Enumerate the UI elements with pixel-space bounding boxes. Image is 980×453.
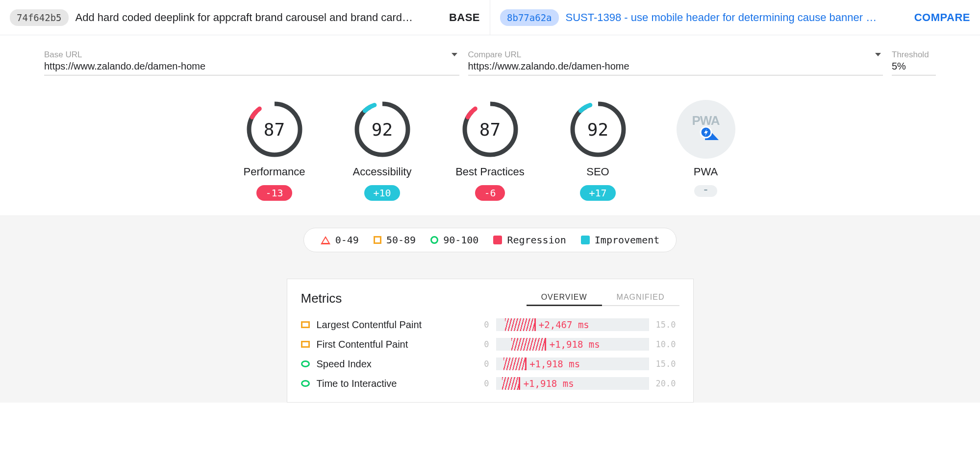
legend-regression: Regression [493, 234, 566, 246]
commit-bar: 74f642b5 Add hard coded deeplink for app… [0, 0, 980, 35]
base-commit-title: Add hard coded deeplink for appcraft bra… [75, 11, 442, 24]
gauge-delta: - [694, 185, 717, 197]
lighthouse-bolt-icon [691, 117, 721, 146]
metric-bar: +1,918 ms [496, 338, 649, 351]
legend-mid: 50-89 [374, 234, 416, 246]
base-sha-chip: 74f642b5 [10, 9, 69, 26]
gauge-delta: -6 [475, 185, 504, 201]
gauge-delta: +10 [364, 185, 400, 201]
score-gauges-row: 87 Performance-13 92 Accessibility+10 87… [0, 100, 980, 201]
regression-swatch-icon [493, 236, 502, 244]
circle-icon [430, 236, 438, 244]
square-icon [301, 341, 310, 348]
legend-high: 90-100 [430, 234, 478, 246]
square-icon [301, 321, 310, 328]
metric-bar-fill [505, 318, 535, 331]
metric-name: Speed Index [317, 358, 459, 370]
metric-bar-fill [502, 377, 520, 390]
gauge-name: SEO [561, 166, 635, 178]
metric-max: 10.0 [656, 339, 679, 349]
metric-bar-fill [503, 358, 527, 370]
metric-name: Largest Contentful Paint [317, 319, 459, 331]
compare-url-label: Compare URL [468, 50, 883, 60]
gauge-accessibility: 92 Accessibility+10 [346, 100, 419, 201]
base-url-label: Base URL [44, 50, 459, 60]
metrics-heading: Metrics [301, 291, 342, 306]
compare-sha-chip: 8b77a62a [500, 9, 559, 26]
legend: 0-49 50-89 90-100 Regression Improvement [303, 228, 677, 252]
base-role-label: BASE [449, 11, 480, 24]
base-url-value: https://www.zalando.de/damen-home [44, 61, 459, 72]
metric-name: First Contentful Paint [317, 339, 459, 350]
metric-delta: +1,918 ms [529, 358, 580, 370]
pwa-badge-icon: PWA [677, 100, 735, 159]
compare-url-select[interactable]: Compare URL https://www.zalando.de/damen… [468, 50, 883, 75]
gauge-delta: +17 [580, 185, 615, 201]
compare-commit: 8b77a62a SUST-1398 - use mobile header f… [490, 0, 980, 35]
gauge-score: 87 [461, 100, 520, 159]
metric-delta: +2,467 ms [539, 318, 589, 331]
metric-min: 0 [466, 320, 489, 330]
threshold-input[interactable]: Threshold 5% [892, 50, 936, 75]
legend-bar: 0-49 50-89 90-100 Regression Improvement [0, 215, 980, 264]
metrics-tabs: OVERVIEW MAGNIFIED [527, 290, 679, 306]
gauge-score: 92 [353, 100, 412, 159]
legend-low: 0-49 [321, 234, 359, 246]
compare-commit-title[interactable]: SUST-1398 - use mobile header for determ… [566, 11, 907, 24]
gauge-name: Best Practices [453, 166, 527, 178]
gauge-ring: 92 [353, 100, 412, 159]
metric-max: 15.0 [656, 359, 679, 369]
metric-bar: +1,918 ms [496, 358, 649, 370]
gauge-name: Accessibility [346, 166, 419, 178]
metric-row: First Contentful Paint0+1,918 ms10.0 [301, 334, 679, 354]
triangle-icon [321, 236, 330, 244]
gauge-best-practices: 87 Best Practices-6 [453, 100, 527, 201]
gauge-ring: 87 [461, 100, 520, 159]
circle-icon [301, 380, 310, 387]
square-icon [374, 236, 381, 244]
base-url-select[interactable]: Base URL https://www.zalando.de/damen-ho… [44, 50, 459, 75]
metrics-panel: Metrics OVERVIEW MAGNIFIED Largest Conte… [287, 279, 694, 403]
metric-rows: Largest Contentful Paint0+2,467 ms15.0Fi… [301, 315, 679, 393]
gauge-name: Performance [238, 166, 311, 178]
metric-row: Speed Index0+1,918 ms15.0 [301, 354, 679, 374]
circle-icon [301, 360, 310, 367]
metric-row: Time to Interactive0+1,918 ms20.0 [301, 374, 679, 393]
base-commit: 74f642b5 Add hard coded deeplink for app… [0, 0, 490, 35]
gauge-delta: -13 [256, 185, 292, 201]
metric-min: 0 [466, 339, 489, 349]
metric-row: Largest Contentful Paint0+2,467 ms15.0 [301, 315, 679, 334]
tab-magnified[interactable]: MAGNIFIED [602, 290, 679, 306]
url-controls: Base URL https://www.zalando.de/damen-ho… [0, 35, 980, 80]
metric-bar: +2,467 ms [496, 318, 649, 331]
gauge-pwa: PWA PWA- [669, 100, 743, 201]
metric-bar-fill [511, 338, 547, 351]
metric-max: 15.0 [656, 320, 679, 330]
metric-name: Time to Interactive [317, 378, 459, 389]
metric-delta: +1,918 ms [550, 338, 600, 351]
gauge-score: 92 [569, 100, 628, 159]
metric-bar: +1,918 ms [496, 377, 649, 390]
chevron-down-icon [452, 53, 457, 56]
chevron-down-icon [875, 53, 881, 56]
gauge-name: PWA [669, 166, 743, 178]
gauge-ring: 92 [569, 100, 628, 159]
gauge-seo: 92 SEO+17 [561, 100, 635, 201]
metric-delta: +1,918 ms [524, 377, 574, 390]
metric-min: 0 [466, 359, 489, 369]
gauge-performance: 87 Performance-13 [238, 100, 311, 201]
gauge-score: 87 [245, 100, 304, 159]
threshold-label: Threshold [892, 50, 936, 60]
metric-min: 0 [466, 379, 489, 388]
tab-overview[interactable]: OVERVIEW [527, 290, 602, 306]
gauge-ring: 87 [245, 100, 304, 159]
compare-url-value: https://www.zalando.de/damen-home [468, 61, 883, 72]
threshold-value: 5% [892, 61, 936, 72]
improvement-swatch-icon [581, 236, 590, 244]
metric-max: 20.0 [656, 379, 679, 388]
legend-improvement: Improvement [581, 234, 659, 246]
compare-role-label[interactable]: COMPARE [914, 11, 970, 24]
